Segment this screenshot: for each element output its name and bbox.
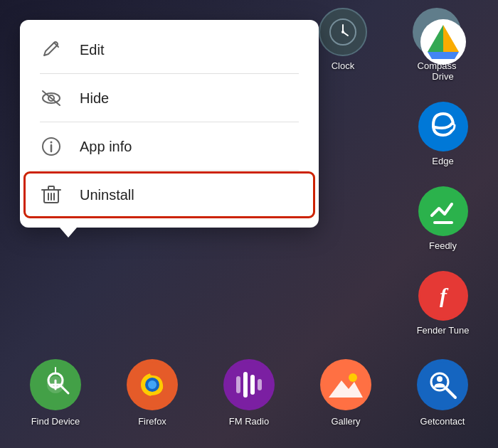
app-item-getcontact[interactable]: Getcontact <box>417 359 468 427</box>
svg-point-20 <box>51 142 53 144</box>
app-label-edge: Edge <box>432 156 453 166</box>
trash-icon <box>40 183 63 206</box>
hide-icon <box>40 87 63 110</box>
bottom-app-row: Find Device Firefox <box>0 338 498 448</box>
app-label-firefox: Firefox <box>138 416 166 427</box>
app-item-find-device[interactable]: Find Device <box>30 359 81 427</box>
app-label-clock: Clock <box>332 60 355 71</box>
app-label-getcontact: Getcontact <box>420 416 465 427</box>
app-label-feedly: Feedly <box>429 240 457 251</box>
menu-item-hide[interactable]: Hide <box>20 74 319 122</box>
context-menu: Edit Hide App info <box>20 20 319 228</box>
app-label-fm-radio: FM Radio <box>229 416 269 427</box>
app-item-edge[interactable]: Edge <box>398 92 487 176</box>
app-label-gallery: Gallery <box>331 416 360 427</box>
app-label-find-device: Find Device <box>31 416 80 427</box>
app-icon-gallery <box>320 359 371 410</box>
app-item-fm-radio[interactable]: FM Radio <box>223 359 275 427</box>
app-label-fender-tune: Fender Tune <box>417 325 470 336</box>
hide-label: Hide <box>80 90 109 107</box>
menu-item-edit[interactable]: Edit <box>20 26 319 74</box>
app-item-fender-tune[interactable]: f Fender Tune <box>398 261 487 346</box>
svg-point-43 <box>226 362 272 407</box>
app-icon-find-device <box>30 359 81 410</box>
app-icon-firefox <box>127 359 178 410</box>
edit-label: Edit <box>80 42 104 58</box>
svg-rect-44 <box>236 376 240 393</box>
svg-point-9 <box>341 31 344 33</box>
svg-rect-46 <box>250 375 255 395</box>
svg-rect-47 <box>258 379 262 390</box>
app-label-drive: Drive <box>432 71 453 82</box>
app-item-drive[interactable]: Drive <box>398 7 487 92</box>
app-icon-fm-radio <box>223 359 275 410</box>
app-icon-feedly <box>418 186 468 236</box>
info-icon <box>40 135 63 158</box>
app-info-label: App info <box>80 139 132 155</box>
svg-rect-45 <box>243 372 248 398</box>
app-icon-edge <box>418 102 468 151</box>
svg-point-54 <box>437 376 443 382</box>
svg-point-50 <box>349 373 357 382</box>
right-app-column: Drive Edge Feedly <box>388 0 498 353</box>
svg-point-42 <box>148 380 157 389</box>
edit-icon <box>40 38 63 61</box>
app-icon-fender-tune: f <box>418 271 468 321</box>
svg-point-48 <box>323 362 369 407</box>
menu-item-app-info[interactable]: App info <box>20 122 319 171</box>
app-icon-getcontact <box>417 359 468 410</box>
app-item-feedly[interactable]: Feedly <box>398 176 487 261</box>
app-item-firefox[interactable]: Firefox <box>127 359 178 427</box>
svg-rect-23 <box>48 186 54 190</box>
uninstall-label: Uninstall <box>80 187 134 203</box>
app-icon-clock <box>319 8 367 56</box>
app-item-gallery[interactable]: Gallery <box>320 359 371 427</box>
app-icon-drive <box>418 17 468 67</box>
menu-item-uninstall[interactable]: Uninstall <box>26 174 313 216</box>
app-item-clock[interactable]: Clock <box>319 8 367 71</box>
